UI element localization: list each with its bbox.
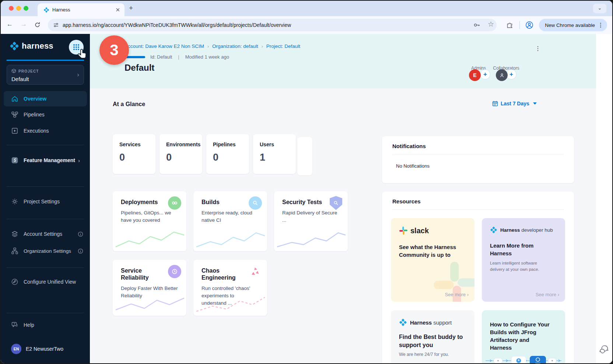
- chat-launcher-icon[interactable]: [599, 344, 609, 354]
- wrench-circle-icon: [11, 278, 18, 286]
- page-title: Default: [125, 63, 154, 73]
- breadcrumb-organization-link[interactable]: Organization: default: [212, 43, 258, 49]
- browser-toolbar: ← → app.harness.io/ng/account/YWdkwNPiTc…: [1, 16, 612, 34]
- collaborator-avatar[interactable]: [496, 69, 508, 81]
- chevron-right-icon: ›: [262, 44, 263, 49]
- bookmark-star-icon[interactable]: ☆: [488, 20, 494, 28]
- notifications-title: Notifications: [392, 143, 564, 149]
- stat-value: 1: [260, 152, 289, 163]
- admin-avatar[interactable]: E: [469, 69, 481, 81]
- modified-text: Modified 1 week ago: [185, 54, 229, 60]
- devhub-headline: Learn More from Harness: [490, 242, 542, 257]
- header-options-menu-icon[interactable]: ⋮: [535, 45, 541, 52]
- sidebar-item-overview[interactable]: Overview: [4, 91, 87, 106]
- back-icon[interactable]: ←: [7, 21, 13, 28]
- support-subtext: We are here 24/7 for you.: [399, 351, 466, 358]
- jfrog-headline: How to Configure Your Builds with JFrog …: [490, 321, 553, 351]
- project-label: PROJECT: [18, 69, 39, 73]
- sidebar-item-label: Help: [24, 322, 34, 328]
- url-text: app.harness.io/ng/account/YWdkwNPiTceDUK…: [63, 22, 291, 28]
- project-id: Id: Default: [150, 54, 172, 60]
- support-brand-bold: Harness: [410, 319, 432, 326]
- tab-search-chevron-button[interactable]: ⌄: [593, 4, 606, 13]
- harness-logo: harness: [10, 41, 53, 51]
- resource-card-jfrog[interactable]: How to Configure Your Builds with JFrog …: [482, 310, 565, 363]
- avatar: EN: [11, 344, 21, 354]
- see-more-link[interactable]: See more ›: [445, 292, 469, 297]
- module-card-builds[interactable]: Builds Enterprise ready, cloud native CI: [193, 191, 267, 251]
- gear-icon: [11, 198, 18, 205]
- module-card-security-tests[interactable]: Security Tests Rapid Delivery of Secure …: [274, 191, 348, 251]
- resources-panel: Resources slack See what the Harness Com…: [382, 192, 574, 363]
- sidebar-item-executions[interactable]: Executions: [4, 123, 87, 139]
- support-brand-rest: support: [433, 319, 452, 326]
- browser-tab[interactable]: Harness ✕: [38, 3, 125, 16]
- resource-card-developer-hub[interactable]: Harness developer hub Learn More from Ha…: [482, 218, 565, 302]
- new-chrome-available-button[interactable]: New Chrome available ⋮: [539, 19, 607, 31]
- date-range-selector[interactable]: Last 7 Days: [492, 101, 537, 106]
- tab-close-icon[interactable]: ✕: [115, 7, 120, 13]
- site-settings-icon[interactable]: [53, 22, 59, 28]
- module-card-deployments[interactable]: Deployments Pipelines, GitOps... we have…: [113, 191, 186, 251]
- sidebar-item-help[interactable]: ? Help: [4, 317, 87, 333]
- sidebar-item-pipelines[interactable]: Pipelines: [4, 107, 87, 122]
- breadcrumb: Account: Dave Karow E2 Non SCIM›Organiza…: [125, 43, 300, 49]
- resource-card-slack[interactable]: slack See what the Harness Community is …: [391, 218, 474, 302]
- stat-card-services[interactable]: Services 0: [113, 134, 155, 174]
- sidebar-item-configure-unified-view[interactable]: Configure Unified View: [4, 274, 87, 290]
- sidebar-accent-line: [7, 60, 84, 61]
- forward-icon[interactable]: →: [21, 21, 27, 28]
- project-name: Default: [11, 76, 79, 82]
- minimize-window-button[interactable]: [16, 6, 21, 11]
- date-range-value: Last 7 Days: [501, 101, 529, 106]
- profile-icon[interactable]: [525, 21, 533, 29]
- module-title: Security Tests: [282, 199, 329, 206]
- screenshot: Harness ✕ + ⌄ ← → app.harness.io/ng/acco…: [0, 0, 613, 364]
- sidebar-item-feature-management[interactable]: Feature Management ›: [4, 153, 87, 168]
- sidebar-item-project-settings[interactable]: Project Settings: [4, 194, 87, 209]
- close-window-button[interactable]: [9, 6, 14, 11]
- sidebar-item-account-settings[interactable]: Account Settings: [4, 226, 87, 242]
- resource-card-support[interactable]: Harness support Find the Best buddy to s…: [391, 310, 474, 363]
- extensions-icon[interactable]: [506, 21, 514, 29]
- breadcrumb-project-link[interactable]: Project: Default: [266, 43, 300, 49]
- main-content: Account: Dave Karow E2 Non SCIM›Organiza…: [90, 34, 596, 363]
- add-admin-button[interactable]: +: [480, 69, 490, 80]
- module-title: Deployments: [121, 199, 168, 206]
- browser-window: Harness ✕ + ⌄ ← → app.harness.io/ng/acco…: [1, 1, 612, 363]
- stat-card-environments[interactable]: Environments 0: [160, 134, 202, 174]
- project-selector[interactable]: PROJECT Default ›: [7, 65, 84, 85]
- browser-menu-icon[interactable]: ⋮: [598, 22, 603, 28]
- project-cube-icon: [11, 69, 16, 73]
- chevron-down-icon: [533, 102, 537, 105]
- user-menu[interactable]: EN E2 NewuserTwo: [4, 341, 87, 357]
- project-id-line: Id: Default|Modified 1 week ago: [150, 54, 229, 60]
- module-desc: Pipelines, GitOps... we have you covered: [121, 209, 179, 224]
- stat-label: Pipelines: [213, 141, 242, 147]
- zoom-window-button[interactable]: [24, 6, 28, 11]
- harness-logo-icon: [399, 318, 407, 326]
- stat-card-pipelines[interactable]: Pipelines 0: [206, 134, 249, 174]
- new-tab-button[interactable]: +: [129, 4, 133, 12]
- module-card-chaos-engineering[interactable]: Chaos Engineering Run controlled 'chaos'…: [193, 260, 267, 316]
- see-more-link[interactable]: See more ›: [536, 292, 559, 297]
- harness-logo-text: harness: [22, 41, 53, 51]
- sidebar-item-organization-settings[interactable]: Organization Settings: [4, 243, 87, 259]
- module-card-service-reliability[interactable]: Service Reliability Deploy Faster With B…: [113, 260, 186, 316]
- builds-icon: [249, 196, 262, 210]
- info-icon[interactable]: [78, 248, 83, 254]
- section-title-at-a-glance: At a Glance: [113, 101, 145, 108]
- devhub-brand-bold: Harness: [500, 227, 520, 233]
- sidebar-item-label: Organization Settings: [24, 248, 71, 254]
- page-header: [90, 34, 596, 88]
- reload-icon[interactable]: [34, 21, 41, 28]
- layers-icon: [11, 230, 18, 238]
- info-icon[interactable]: [78, 231, 83, 237]
- add-collaborator-button[interactable]: +: [506, 69, 516, 80]
- password-key-icon[interactable]: [473, 21, 480, 29]
- url-bar[interactable]: app.harness.io/ng/account/YWdkwNPiTceDUK…: [48, 19, 497, 31]
- stat-label: Services: [119, 141, 149, 147]
- breadcrumb-account-link[interactable]: Account: Dave Karow E2 Non SCIM: [125, 43, 204, 49]
- calendar-icon: [492, 101, 498, 106]
- stat-card-users[interactable]: Users 1: [253, 134, 296, 174]
